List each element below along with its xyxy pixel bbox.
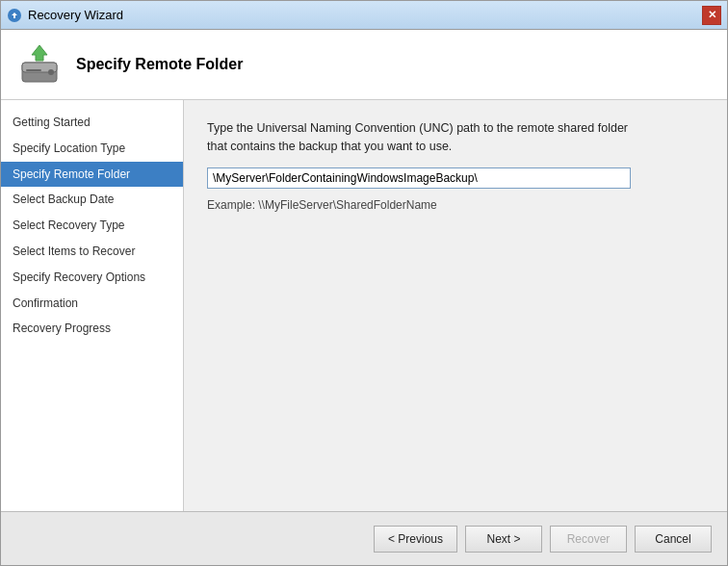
svg-point-3 [48, 69, 54, 75]
sidebar: Getting Started Specify Location Type Sp… [1, 100, 184, 511]
svg-rect-4 [26, 69, 41, 71]
sidebar-item-select-backup-date[interactable]: Select Backup Date [1, 187, 183, 213]
description-text: Type the Universal Naming Convention (UN… [207, 119, 650, 156]
sidebar-item-getting-started[interactable]: Getting Started [1, 110, 183, 136]
sidebar-item-specify-location[interactable]: Specify Location Type [1, 136, 183, 162]
cancel-button[interactable]: Cancel [635, 526, 712, 553]
content-area: Getting Started Specify Location Type Sp… [1, 100, 727, 511]
next-button[interactable]: Next > [465, 526, 542, 553]
unc-path-input[interactable] [207, 167, 631, 189]
footer: < Previous Next > Recover Cancel [1, 511, 727, 565]
header-icon [16, 41, 63, 88]
previous-button[interactable]: < Previous [374, 526, 457, 553]
sidebar-item-recovery-progress[interactable]: Recovery Progress [1, 316, 183, 342]
title-bar: Recovery Wizard ✕ [1, 1, 727, 30]
header-section: Specify Remote Folder [1, 30, 727, 100]
window-title: Recovery Wizard [28, 8, 123, 22]
sidebar-item-select-recovery-type[interactable]: Select Recovery Type [1, 213, 183, 239]
sidebar-item-select-items-to-recover[interactable]: Select Items to Recover [1, 239, 183, 265]
example-text: Example: \\MyFileServer\SharedFolderName [207, 198, 704, 212]
header-title: Specify Remote Folder [76, 56, 243, 73]
recovery-wizard-window: Recovery Wizard ✕ Specify Remote Folder … [0, 0, 728, 566]
title-bar-left: Recovery Wizard [7, 8, 123, 23]
app-icon [7, 8, 22, 23]
sidebar-item-confirmation[interactable]: Confirmation [1, 291, 183, 317]
close-button[interactable]: ✕ [702, 6, 721, 25]
svg-marker-5 [32, 45, 47, 61]
sidebar-item-specify-remote-folder[interactable]: Specify Remote Folder [1, 162, 183, 188]
main-content: Type the Universal Naming Convention (UN… [184, 100, 727, 511]
sidebar-item-specify-recovery-options[interactable]: Specify Recovery Options [1, 265, 183, 291]
recover-button[interactable]: Recover [550, 526, 627, 553]
